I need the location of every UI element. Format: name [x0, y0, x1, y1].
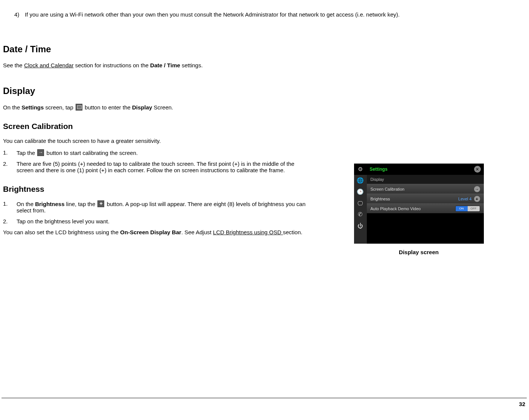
plus-icon[interactable]: +: [474, 196, 480, 202]
device-sidebar: ⚙ 🌐 🕒 🖵 ✆ ⏻: [354, 164, 367, 244]
list-text: If you are using a Wi-Fi network other t…: [25, 11, 527, 18]
monitor-icon[interactable]: 🖵: [354, 197, 367, 209]
list-marker: 2.: [3, 218, 17, 224]
screen-cal-intro: You can calibrate the touch screen to ha…: [3, 138, 527, 144]
row-auto-playback[interactable]: Auto Playback Demo Video ON OFF: [367, 203, 484, 213]
plus-icon: [97, 200, 104, 207]
list-item: 1. On the Brightness line, tap the butto…: [2, 200, 310, 214]
row-screen-calibration[interactable]: Screen Calibration →: [367, 184, 484, 194]
heading-screen-calibration: Screen Calibration: [3, 122, 527, 131]
date-time-text: See the Clock and Calendar section for i…: [3, 62, 527, 68]
list-marker: 1.: [3, 200, 17, 214]
list-text: Tap the button to start calibrating the …: [17, 149, 310, 156]
list-marker: 1.: [3, 149, 17, 156]
device-title: Settings: [370, 167, 388, 172]
row-brightness[interactable]: Brightness Level 4 +: [367, 194, 484, 203]
list-item: 2. Tap on the brightness level you want.: [2, 218, 310, 224]
display-icon: [76, 104, 82, 111]
device-subheader: Display: [367, 175, 484, 184]
arrow-right-icon[interactable]: →: [474, 186, 480, 192]
heading-brightness: Brightness: [3, 185, 310, 194]
arrow-right-icon: [37, 149, 44, 156]
device-header: Settings ✕: [367, 164, 484, 175]
device-screenshot: ⚙ 🌐 🕒 🖵 ✆ ⏻ Settings ✕ Display Screen Ca…: [354, 164, 484, 244]
brightness-level: Level 4: [458, 197, 471, 201]
link-clock-calendar[interactable]: Clock and Calendar: [24, 62, 74, 68]
list-marker: 2.: [3, 161, 17, 173]
toggle-switch[interactable]: ON OFF: [455, 206, 480, 212]
device-caption: Display screen: [399, 249, 439, 255]
display-text: On the Settings screen, tap button to en…: [3, 104, 527, 111]
list-item-4: 4) If you are using a Wi-Fi network othe…: [2, 11, 527, 18]
heading-display: Display: [3, 86, 527, 96]
clock-icon[interactable]: 🕒: [354, 186, 367, 197]
link-lcd-brightness-osd[interactable]: LCD Brightness using OSD: [213, 229, 283, 235]
footer-divider: [2, 398, 527, 398]
phone-icon[interactable]: ✆: [354, 209, 367, 220]
heading-date-time: Date / Time: [3, 44, 527, 55]
toggle-off: OFF: [468, 206, 480, 211]
globe-icon[interactable]: 🌐: [354, 175, 367, 186]
list-text: There are five (5) points (+) needed to …: [17, 161, 310, 173]
gear-icon[interactable]: ⚙: [354, 164, 367, 175]
power-icon[interactable]: ⏻: [354, 220, 367, 231]
page-number: 32: [519, 401, 525, 407]
list-text: Tap on the brightness level you want.: [17, 218, 310, 224]
list-text: On the Brightness line, tap the button. …: [17, 200, 310, 214]
list-item: 1. Tap the button to start calibrating t…: [2, 149, 310, 156]
toggle-on: ON: [456, 206, 468, 211]
list-item: 2. There are five (5) points (+) needed …: [2, 161, 310, 173]
close-icon[interactable]: ✕: [474, 166, 481, 173]
osd-text: You can also set the LCD brightness usin…: [3, 229, 310, 235]
list-marker: 4): [14, 11, 25, 18]
